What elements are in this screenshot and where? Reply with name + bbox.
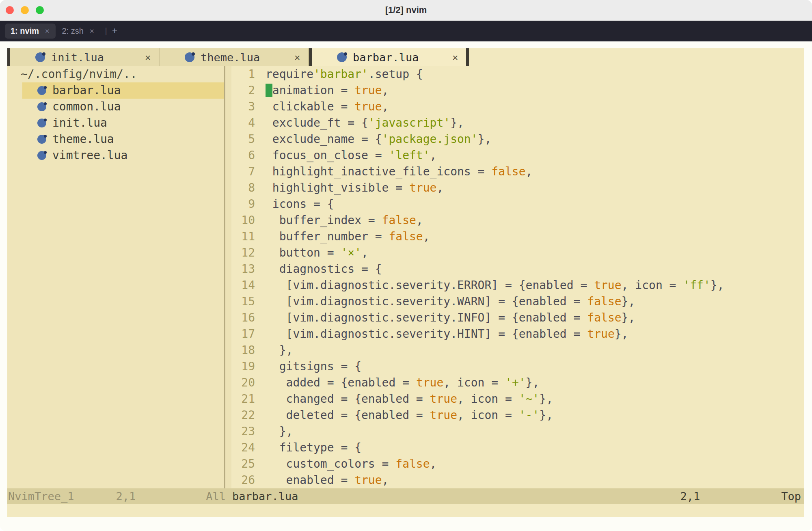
code-token: exclude_ft = {: [266, 116, 368, 130]
code-token: button =: [266, 246, 341, 259]
terminal-tab-bar: 1: nvim✕2: zsh✕ | +: [0, 21, 812, 41]
code-line[interactable]: 12 button = '×',: [231, 245, 804, 261]
tree-item-theme-lua[interactable]: theme.lua: [22, 131, 224, 147]
code-line[interactable]: 2 animation = true,: [231, 82, 804, 99]
code-token: custom_colors =: [266, 457, 395, 471]
code-line[interactable]: 22 deleted = {enabled = true, icon = '-'…: [231, 407, 804, 423]
code-line[interactable]: 6 focus_on_close = 'left',: [231, 147, 804, 164]
buffer-tab-theme-lua[interactable]: theme.lua✕: [160, 48, 309, 66]
close-icon[interactable]: ✕: [452, 52, 458, 63]
code-line[interactable]: 13 diagnostics = {: [231, 261, 804, 277]
code-line[interactable]: 23 },: [231, 423, 804, 440]
code-text: highlight_inactive_file_icons = false,: [266, 164, 532, 180]
code-token: diagnostics = {: [266, 262, 382, 276]
code-line[interactable]: 15 [vim.diagnostic.severity.WARN] = {ena…: [231, 294, 804, 310]
code-line[interactable]: 19 gitsigns = {: [231, 358, 804, 375]
code-token: icons = {: [266, 197, 334, 211]
code-area: 1require'barbar'.setup {2 animation = tr…: [231, 66, 804, 488]
statusline-cursor-position: 2,1: [680, 490, 700, 503]
close-icon[interactable]: ✕: [89, 28, 95, 35]
code-text: deleted = {enabled = true, icon = '-'},: [266, 407, 553, 423]
lua-file-icon: [185, 52, 194, 62]
code-text: [vim.diagnostic.severity.INFO] = {enable…: [266, 310, 635, 326]
close-icon[interactable]: ✕: [294, 52, 300, 63]
tree-item-init-lua[interactable]: init.lua: [22, 115, 224, 131]
code-token: ,: [416, 214, 423, 227]
code-token: ,: [382, 100, 389, 113]
nvim-app: init.lua✕theme.lua✕barbar.lua✕ ~/.config…: [7, 48, 804, 517]
code-line[interactable]: 26 enabled = true,: [231, 472, 804, 488]
code-line[interactable]: 9 icons = {: [231, 196, 804, 212]
line-number: 1: [231, 66, 255, 82]
line-number: 14: [231, 277, 255, 294]
minimize-window-button[interactable]: [21, 6, 29, 14]
code-line[interactable]: 7 highlight_inactive_file_icons = false,: [231, 164, 804, 180]
line-number: 15: [231, 294, 255, 310]
statusline-tree-position: 2,1: [116, 490, 136, 503]
code-token: 'javascript': [368, 116, 450, 130]
file-tree-root-path[interactable]: ~/.config/nvim/..: [7, 66, 224, 82]
tree-item-name: theme.lua: [52, 131, 114, 147]
window-separator[interactable]: [224, 66, 231, 488]
code-line[interactable]: 24 filetype = {: [231, 440, 804, 456]
line-number: 21: [231, 391, 255, 407]
code-text: custom_colors = false,: [266, 456, 436, 472]
code-token: },: [615, 327, 628, 341]
close-window-button[interactable]: [6, 6, 14, 14]
code-token: animation =: [272, 84, 354, 97]
line-number: 2: [231, 82, 255, 99]
code-text: require'barbar'.setup {: [266, 66, 423, 82]
code-text: diagnostics = {: [266, 261, 382, 277]
line-number: 18: [231, 342, 255, 358]
code-text: [vim.diagnostic.severity.HINT] = {enable…: [266, 326, 628, 342]
code-line[interactable]: 4 exclude_ft = {'javascript'},: [231, 115, 804, 131]
statusline-tree-scroll: All: [206, 490, 226, 503]
new-tab-button[interactable]: +: [112, 26, 117, 37]
close-icon[interactable]: ✕: [45, 28, 50, 35]
tab-separator: [309, 48, 312, 66]
code-line[interactable]: 3 clickable = true,: [231, 99, 804, 115]
statusline-main-segment: barbar.lua 2,1 Top: [231, 490, 804, 503]
tree-item-common-lua[interactable]: common.lua: [22, 99, 224, 115]
code-line[interactable]: 11 buffer_number = false,: [231, 229, 804, 245]
code-text: },: [266, 423, 293, 440]
close-icon[interactable]: ✕: [145, 52, 151, 63]
code-line[interactable]: 1require'barbar'.setup {: [231, 66, 804, 82]
buffer-tab-init-lua[interactable]: init.lua✕: [10, 48, 160, 66]
code-line[interactable]: 25 custom_colors = false,: [231, 456, 804, 472]
code-text: highlight_visible = true,: [266, 180, 443, 196]
cursor: [266, 84, 272, 97]
tree-item-vimtree-lua[interactable]: vimtree.lua: [22, 147, 224, 164]
zoom-window-button[interactable]: [36, 6, 44, 14]
command-line[interactable]: [7, 504, 804, 517]
buffer-tab-barbar-lua[interactable]: barbar.lua✕: [312, 48, 466, 66]
code-line[interactable]: 17 [vim.diagnostic.severity.HINT] = {ena…: [231, 326, 804, 342]
code-text: exclude_name = {'package.json'},: [266, 131, 491, 147]
code-line[interactable]: 5 exclude_name = {'package.json'},: [231, 131, 804, 147]
code-line[interactable]: 18 },: [231, 342, 804, 358]
line-number: 25: [231, 456, 255, 472]
terminal-tab-2-zsh[interactable]: 2: zsh✕: [56, 24, 100, 39]
code-text: exclude_ft = {'javascript'},: [266, 115, 464, 131]
code-token: ,: [430, 457, 437, 471]
file-tree-panel: ~/.config/nvim/.. barbar.luacommon.luain…: [7, 66, 224, 488]
code-line[interactable]: 10 buffer_index = false,: [231, 212, 804, 229]
tree-item-barbar-lua[interactable]: barbar.lua: [22, 82, 224, 99]
code-token: true: [430, 392, 457, 406]
code-token: , icon =: [622, 278, 683, 292]
code-token: true: [354, 84, 382, 97]
line-number: 20: [231, 375, 255, 391]
code-line[interactable]: 16 [vim.diagnostic.severity.INFO] = {ena…: [231, 310, 804, 326]
line-number: 9: [231, 196, 255, 212]
line-number: 7: [231, 164, 255, 180]
statusline-filename: barbar.lua: [232, 490, 298, 503]
code-line[interactable]: 21 changed = {enabled = true, icon = '~'…: [231, 391, 804, 407]
code-token: },: [539, 392, 553, 406]
code-line[interactable]: 8 highlight_visible = true,: [231, 180, 804, 196]
lua-file-icon: [37, 135, 46, 144]
code-line[interactable]: 14 [vim.diagnostic.severity.ERROR] = {en…: [231, 277, 804, 294]
code-token: false: [587, 295, 621, 308]
terminal-tab-1-nvim[interactable]: 1: nvim✕: [5, 24, 56, 39]
code-token: },: [526, 376, 540, 389]
code-line[interactable]: 20 added = {enabled = true, icon = '+'},: [231, 375, 804, 391]
